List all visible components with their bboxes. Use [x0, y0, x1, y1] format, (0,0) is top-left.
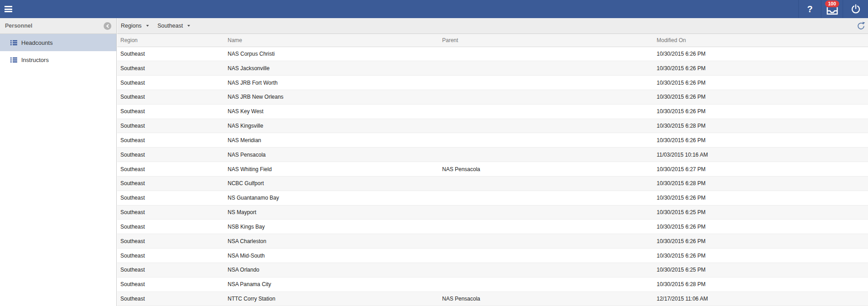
column-header-name[interactable]: Name	[224, 34, 439, 47]
chevron-down-icon	[187, 25, 190, 27]
table-cell: NAS Pensacola	[439, 162, 653, 177]
table-cell: Southeast	[117, 220, 224, 234]
table-cell: 11/03/2015 10:16 AM	[653, 148, 868, 162]
table-row[interactable]: SoutheastNSA Orlando10/30/2015 6:25 PM	[117, 263, 868, 277]
table-cell: NS Mayport	[224, 205, 439, 220]
refresh-icon	[857, 22, 865, 30]
table-row[interactable]: SoutheastNAS Kingsville10/30/2015 6:28 P…	[117, 119, 868, 133]
table-row[interactable]: SoutheastNS Mayport10/30/2015 6:25 PM	[117, 205, 868, 220]
inbox-icon	[826, 6, 838, 15]
table-row[interactable]: SoutheastNAS Meridian10/30/2015 6:26 PM	[117, 133, 868, 148]
table-cell	[439, 119, 653, 133]
table-cell: Southeast	[117, 292, 224, 306]
table-cell	[439, 90, 653, 104]
table-cell: 10/30/2015 6:26 PM	[653, 234, 868, 249]
table-cell: Southeast	[117, 133, 224, 148]
table-cell: Southeast	[117, 205, 224, 220]
table-cell: NAS JRB New Orleans	[224, 90, 439, 104]
table-row[interactable]: SoutheastNAS JRB Fort Worth10/30/2015 6:…	[117, 76, 868, 90]
notification-badge: 100	[825, 0, 839, 7]
table-row[interactable]: SoutheastNAS Pensacola11/03/2015 10:16 A…	[117, 148, 868, 162]
sidebar: Personnel Headcounts	[0, 18, 117, 306]
table-cell	[439, 234, 653, 249]
sidebar-item-label: Headcounts	[21, 39, 52, 46]
table-row[interactable]: SoutheastNAS Key West10/30/2015 6:26 PM	[117, 104, 868, 119]
regions-dropdown-label: Regions	[121, 23, 142, 29]
help-icon: ?	[807, 4, 812, 14]
table-cell: Southeast	[117, 119, 224, 133]
notifications-button[interactable]: 100	[821, 0, 843, 18]
table-cell: Southeast	[117, 104, 224, 119]
table-cell	[439, 277, 653, 292]
grid-header: Region Name Parent Modified On	[117, 34, 868, 47]
sidebar-item-headcounts[interactable]: Headcounts	[0, 34, 116, 51]
table-cell: NAS Meridian	[224, 133, 439, 148]
table-row[interactable]: SoutheastNSB Kings Bay10/30/2015 6:26 PM	[117, 220, 868, 234]
table-row[interactable]: SoutheastNSA Panama City10/30/2015 6:28 …	[117, 277, 868, 292]
table-cell: 10/30/2015 6:25 PM	[653, 263, 868, 277]
column-header-parent[interactable]: Parent	[439, 34, 653, 47]
table-cell: NSB Kings Bay	[224, 220, 439, 234]
region-filter-label: Southeast	[157, 23, 183, 29]
column-header-region[interactable]: Region	[117, 34, 224, 47]
table-row[interactable]: SoutheastNSA Charleston10/30/2015 6:26 P…	[117, 234, 868, 249]
topbar: ? 100	[0, 0, 868, 18]
regions-dropdown[interactable]: Regions	[121, 23, 149, 29]
logout-button[interactable]	[843, 0, 868, 18]
table-cell: 10/30/2015 6:26 PM	[653, 191, 868, 205]
table-row[interactable]: SoutheastNSA Mid-South10/30/2015 6:26 PM	[117, 249, 868, 263]
table-row[interactable]: SoutheastNTTC Corry StationNAS Pensacola…	[117, 292, 868, 306]
table-row[interactable]: SoutheastNCBC Gulfport10/30/2015 6:28 PM	[117, 176, 868, 191]
table-cell: Southeast	[117, 263, 224, 277]
table-row[interactable]: SoutheastNS Guantanamo Bay10/30/2015 6:2…	[117, 191, 868, 205]
data-grid: Region Name Parent Modified On Southeast…	[117, 34, 868, 306]
list-icon	[10, 40, 17, 46]
table-cell: NAS Corpus Christi	[224, 47, 439, 61]
help-button[interactable]: ?	[798, 0, 821, 18]
table-cell: 12/17/2015 11:06 AM	[653, 292, 868, 306]
sidebar-title: Personnel	[5, 23, 32, 29]
sidebar-collapse-button[interactable]	[104, 22, 111, 30]
column-header-modified-on[interactable]: Modified On	[653, 34, 868, 47]
table-cell	[439, 249, 653, 263]
table-row[interactable]: SoutheastNAS JRB New Orleans10/30/2015 6…	[117, 90, 868, 104]
table-cell: NAS Pensacola	[439, 292, 653, 306]
table-cell: NAS Kingsville	[224, 119, 439, 133]
table-cell: 10/30/2015 6:26 PM	[653, 133, 868, 148]
table-cell: NS Guantanamo Bay	[224, 191, 439, 205]
toolbar: Regions Southeast	[117, 18, 868, 34]
table-row[interactable]: SoutheastNAS Whiting FieldNAS Pensacola1…	[117, 162, 868, 177]
table-cell: Southeast	[117, 47, 224, 61]
sidebar-header: Personnel	[0, 18, 116, 34]
table-cell: NCBC Gulfport	[224, 176, 439, 191]
table-cell: NSA Mid-South	[224, 249, 439, 263]
table-cell: Southeast	[117, 148, 224, 162]
table-cell: 10/30/2015 6:26 PM	[653, 249, 868, 263]
table-cell: NAS Whiting Field	[224, 162, 439, 177]
table-cell: 10/30/2015 6:26 PM	[653, 76, 868, 90]
table-cell	[439, 205, 653, 220]
table-cell: 10/30/2015 6:28 PM	[653, 277, 868, 292]
table-cell: Southeast	[117, 76, 224, 90]
table-cell: Southeast	[117, 162, 224, 177]
table-cell	[439, 191, 653, 205]
grid-body: SoutheastNAS Corpus Christi10/30/2015 6:…	[117, 47, 868, 306]
table-cell: 10/30/2015 6:28 PM	[653, 176, 868, 191]
table-cell: 10/30/2015 6:26 PM	[653, 104, 868, 119]
table-cell	[439, 133, 653, 148]
table-cell: 10/30/2015 6:26 PM	[653, 220, 868, 234]
table-cell: Southeast	[117, 234, 224, 249]
table-cell: 10/30/2015 6:26 PM	[653, 90, 868, 104]
table-cell: NTTC Corry Station	[224, 292, 439, 306]
table-cell	[439, 263, 653, 277]
sidebar-item-instructors[interactable]: Instructors	[0, 51, 116, 68]
refresh-button[interactable]	[857, 18, 865, 33]
region-filter-dropdown[interactable]: Southeast	[157, 23, 190, 29]
menu-icon[interactable]	[5, 5, 12, 14]
sidebar-item-label: Instructors	[21, 57, 49, 63]
table-row[interactable]: SoutheastNAS Corpus Christi10/30/2015 6:…	[117, 47, 868, 61]
table-cell	[439, 220, 653, 234]
chevron-left-icon	[106, 24, 110, 28]
content: Regions Southeast Region Name Parent Mod…	[117, 18, 868, 306]
table-row[interactable]: SoutheastNAS Jacksonville10/30/2015 6:26…	[117, 61, 868, 76]
